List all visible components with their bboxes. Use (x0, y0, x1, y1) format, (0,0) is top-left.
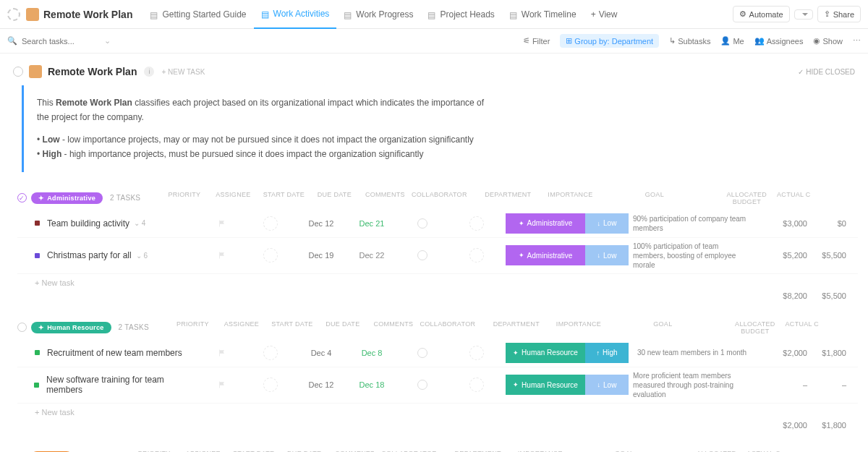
new-task-button[interactable]: + NEW TASK (161, 68, 205, 76)
actual-cell[interactable]: $1,800 (813, 349, 849, 357)
share-button[interactable]: ⇪ Share (817, 6, 861, 22)
info-icon[interactable]: i (144, 67, 154, 77)
search-input[interactable] (22, 37, 101, 46)
due-date-cell[interactable]: Dec 21 (346, 219, 397, 228)
task-row[interactable]: Team building activity⌄ 4Dec 12Dec 21✦Ad… (17, 210, 858, 238)
col-comments[interactable]: COMMENTS (359, 191, 410, 205)
group-pill[interactable]: ✦Human Resource (31, 322, 111, 333)
goal-cell[interactable]: 90% participation of company team member… (629, 214, 755, 233)
actual-cell[interactable]: $5,500 (813, 251, 849, 260)
col-assignee[interactable]: ASSIGNEE (178, 450, 229, 452)
assignee-cell[interactable] (245, 216, 296, 231)
col-goal[interactable]: GOAL (561, 450, 688, 452)
due-date-cell[interactable]: Dec 18 (346, 380, 397, 389)
assignee-cell[interactable] (245, 346, 296, 360)
col-department[interactable]: DEPARTMENT (438, 450, 518, 452)
col-department[interactable]: DEPARTMENT (468, 191, 548, 205)
goal-cell[interactable]: More proficient team members measured th… (629, 371, 755, 399)
status-dot[interactable] (35, 253, 40, 258)
group-pill[interactable]: ✦Administrative (31, 192, 103, 204)
new-task-button[interactable]: + New task (17, 404, 858, 419)
priority-cell[interactable] (198, 251, 245, 260)
comments-cell[interactable] (397, 380, 448, 390)
assignee-cell[interactable] (245, 378, 296, 392)
col-importance[interactable]: IMPORTANCE (518, 450, 561, 452)
status-dot[interactable] (35, 350, 40, 355)
more-button[interactable]: ⋯ (853, 36, 861, 46)
subtask-indicator[interactable]: ⌄ 4 (134, 219, 145, 227)
priority-cell[interactable] (198, 219, 245, 228)
col-start-date[interactable]: START DATE (229, 450, 279, 452)
col-priority[interactable]: PRIORITY (131, 450, 178, 452)
comments-cell[interactable] (397, 250, 448, 260)
tab-work-timeline[interactable]: ▤Work Timeline (502, 0, 584, 29)
group-toggle-icon[interactable] (17, 193, 27, 202)
start-date-cell[interactable]: Dec 12 (296, 219, 346, 228)
col-budget[interactable]: ALLOCATED BUDGET (726, 320, 784, 335)
start-date-cell[interactable]: Dec 4 (296, 349, 346, 357)
task-row[interactable]: New software training for team membersDe… (17, 367, 858, 404)
tab-project-heads[interactable]: ▤Project Heads (420, 0, 501, 29)
subtask-indicator[interactable]: ⌄ 6 (136, 252, 148, 260)
col-budget[interactable]: ALLOCATED BUDGET (718, 191, 775, 205)
col-collaborator[interactable]: COLLABORATOR (419, 320, 477, 335)
collaborator-cell[interactable] (448, 248, 506, 263)
col-assignee[interactable]: ASSIGNEE (208, 191, 258, 205)
tab-work-progress[interactable]: ▤Work Progress (336, 0, 420, 29)
importance-tag[interactable]: ↓Low (585, 213, 629, 234)
col-priority[interactable]: PRIORITY (169, 320, 216, 335)
search-dropdown[interactable]: ⌄ (104, 36, 111, 46)
actual-cell[interactable]: – (813, 380, 849, 389)
importance-tag[interactable]: ↓Low (585, 245, 629, 265)
tab-getting-started-guide[interactable]: ▤Getting Started Guide (142, 0, 253, 29)
status-dot[interactable] (34, 383, 39, 388)
hide-closed-button[interactable]: ✓ HIDE CLOSED (798, 68, 855, 76)
importance-tag[interactable]: ↑High (585, 343, 629, 363)
department-tag[interactable]: ✦Administrative (506, 213, 585, 234)
col-importance[interactable]: IMPORTANCE (548, 191, 591, 205)
due-date-cell[interactable]: Dec 8 (346, 349, 397, 357)
col-due-date[interactable]: DUE DATE (309, 191, 359, 205)
assignees-button[interactable]: 👥Assignees (754, 36, 804, 46)
group-toggle-icon[interactable] (17, 323, 27, 332)
col-department[interactable]: DEPARTMENT (477, 320, 556, 335)
due-date-cell[interactable]: Dec 22 (346, 251, 397, 260)
goal-cell[interactable]: 100% participation of team members, boos… (629, 242, 755, 270)
collaborator-cell[interactable] (448, 216, 506, 231)
budget-cell[interactable]: $3,000 (755, 219, 813, 228)
col-actual[interactable]: ACTUAL C (746, 450, 782, 452)
department-tag[interactable]: ✦Human Resource (506, 343, 585, 363)
col-goal[interactable]: GOAL (600, 320, 726, 335)
budget-cell[interactable]: $2,000 (755, 349, 813, 357)
start-date-cell[interactable]: Dec 19 (296, 251, 346, 260)
tab-work-activities[interactable]: ▤Work Activities (254, 0, 337, 29)
show-button[interactable]: ◉Show (813, 36, 843, 46)
automate-button[interactable]: ⚙ Automate (733, 6, 790, 22)
budget-cell[interactable]: – (755, 380, 813, 389)
filter-button[interactable]: ⚟Filter (523, 36, 550, 46)
actual-cell[interactable]: $0 (813, 219, 849, 228)
priority-cell[interactable] (198, 349, 245, 357)
comments-cell[interactable] (397, 348, 448, 358)
status-dot[interactable] (35, 221, 40, 226)
col-start-date[interactable]: START DATE (258, 191, 309, 205)
check-circle-icon[interactable] (13, 67, 23, 77)
collaborator-cell[interactable] (448, 378, 506, 392)
importance-tag[interactable]: ↓Low (585, 375, 629, 395)
subtasks-button[interactable]: ↳Subtasks (669, 36, 710, 46)
task-row[interactable]: Christmas party for all⌄ 6Dec 19Dec 22✦A… (17, 238, 858, 274)
col-comments[interactable]: COMMENTS (368, 320, 419, 335)
col-due-date[interactable]: DUE DATE (318, 320, 368, 335)
goal-cell[interactable]: 30 new team members in 1 month (629, 348, 755, 357)
col-assignee[interactable]: ASSIGNEE (216, 320, 267, 335)
group-by-button[interactable]: ⊞Group by: Department (560, 34, 659, 48)
new-task-button[interactable]: + New task (17, 274, 858, 289)
priority-cell[interactable] (198, 380, 245, 389)
automate-dropdown[interactable] (794, 9, 813, 20)
me-button[interactable]: 👤Me (720, 36, 744, 46)
col-due-date[interactable]: DUE DATE (279, 450, 330, 452)
start-date-cell[interactable]: Dec 12 (296, 380, 346, 389)
assignee-cell[interactable] (245, 248, 296, 263)
col-budget[interactable]: ALLOCATED BUDGET (688, 450, 746, 452)
col-collaborator[interactable]: COLLABORATOR (410, 191, 468, 205)
